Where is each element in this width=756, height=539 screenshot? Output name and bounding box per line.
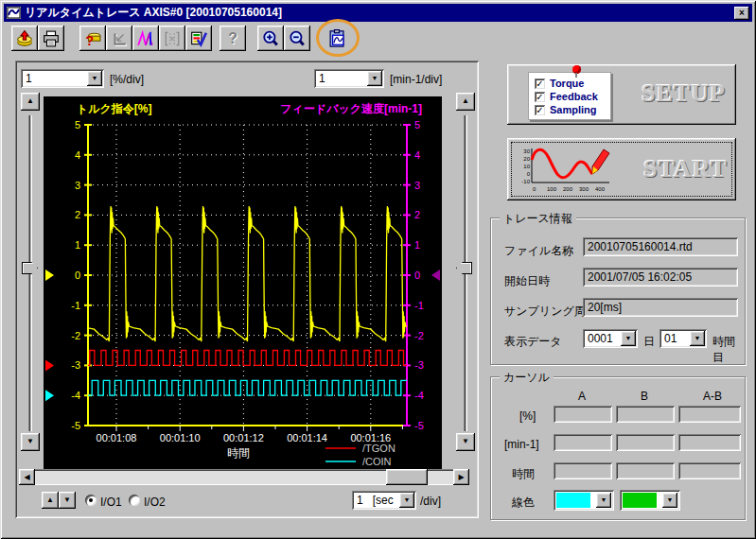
x-tick-label: 00:01:08 — [97, 432, 137, 443]
left-tick-label: -1 — [71, 300, 80, 311]
chevron-down-icon[interactable]: ▼ — [87, 71, 102, 86]
left-tick-label: 0 — [75, 270, 80, 281]
time-scrollbar[interactable]: ◀ ▶ — [19, 469, 469, 485]
left-scale-unit: [%/div] — [110, 73, 144, 86]
svg-text:-10: -10 — [521, 179, 530, 184]
fit-scale-button[interactable] — [106, 26, 132, 51]
start-button[interactable]: 30 20 10 0 -10 0 100 200 300 400 START — [507, 138, 736, 200]
checkbox-checked-icon: ✓ — [535, 78, 545, 89]
title-bar[interactable]: リアルタイムトレース AXIS#0 [20010705160014] × — [4, 4, 752, 22]
chevron-down-icon[interactable]: ▼ — [367, 71, 382, 86]
svg-text:20: 20 — [523, 156, 530, 162]
left-scroll-up-button[interactable]: ▲ — [21, 93, 40, 111]
left-tick-label: 3 — [75, 180, 80, 191]
left-tick-label: 1 — [75, 239, 80, 251]
io1-radio[interactable] — [85, 495, 97, 506]
file-name-value: 20010705160014.rtd — [583, 237, 738, 256]
setup-button[interactable]: ✓Torque ✓Feedback ✓Sampling SETUP — [507, 64, 736, 125]
chevron-down-icon[interactable]: ▼ — [596, 493, 611, 508]
right-scroll-up-button[interactable]: ▲ — [456, 93, 475, 111]
range-measure-button[interactable] — [159, 26, 185, 51]
chevron-down-icon[interactable]: ▼ — [690, 331, 705, 346]
file-name-label: ファイル名称 — [504, 243, 573, 259]
printer-icon — [43, 30, 60, 47]
column-b-header: B — [641, 390, 648, 403]
cursor-value-min-ab — [678, 434, 741, 451]
display-day-combo[interactable]: 0001 ▼ — [583, 329, 638, 348]
x-tick-label: 00:01:12 — [223, 432, 264, 443]
open-trace-file-button[interactable] — [11, 26, 38, 51]
sampling-period-value: 20[ms] — [583, 298, 738, 317]
note-item: ✓Feedback — [535, 91, 605, 102]
trace-info-group: トレース情報 ファイル名称 20010705160014.rtd 開始日時 20… — [490, 217, 746, 365]
waveform-icon — [137, 30, 154, 47]
close-button[interactable]: × — [734, 7, 749, 20]
clipboard-icon — [327, 29, 346, 48]
zoom-in-button[interactable] — [257, 26, 284, 51]
cursor-title: カーソル — [500, 370, 554, 386]
trace-info-title: トレース情報 — [500, 211, 576, 227]
waveform-view-button[interactable] — [132, 26, 159, 51]
chevron-down-icon[interactable]: ▼ — [399, 493, 414, 508]
plot-title-left: トルク指令[%] — [77, 102, 152, 115]
range-icon — [164, 30, 181, 47]
cursor-value-pct-a — [554, 406, 612, 423]
io2-radio[interactable] — [129, 495, 140, 506]
right-tick-label: 5 — [414, 119, 420, 130]
time-scrollbar-thumb[interactable] — [386, 469, 428, 485]
right-offset-slider-thumb[interactable] — [456, 262, 472, 274]
trace-panel: 1 ▼ [%/div] 1 ▼ [min-1/div] ▲ ▼ ▲ ▼ -5-5… — [15, 61, 479, 518]
trace-item-select-button[interactable] — [185, 26, 212, 51]
chevron-down-icon[interactable]: ▼ — [662, 493, 677, 508]
file-info-help-button[interactable]: ? — [79, 26, 106, 51]
time-div-unit: /div] — [420, 495, 441, 508]
note-item-label: Torque — [550, 78, 584, 89]
right-tick-label: 3 — [414, 180, 420, 191]
trace-plot-area[interactable]: -5-5-4-4-3-3-2-2-1-100112233445500:01:08… — [44, 96, 442, 484]
display-hour-value: 01 — [659, 329, 688, 348]
cursor-a-color-combo[interactable]: ▼ — [554, 490, 614, 511]
cursor-marker-triangle — [45, 390, 54, 401]
left-offset-slider-thumb[interactable] — [22, 262, 38, 274]
right-scroll-down-button[interactable]: ▼ — [456, 433, 475, 451]
setup-note-image: ✓Torque ✓Feedback ✓Sampling — [528, 72, 611, 120]
zoom-out-button[interactable] — [284, 26, 310, 51]
right-tick-label: -2 — [414, 330, 424, 341]
io-down-button[interactable]: ▼ — [59, 492, 76, 509]
right-tick-label: -5 — [414, 420, 424, 431]
left-scroll-down-button[interactable]: ▼ — [21, 433, 40, 451]
svg-text:300: 300 — [579, 186, 589, 192]
svg-text:0: 0 — [533, 186, 536, 192]
toolbar: ? — [4, 24, 752, 54]
cursor-group: カーソル A B A-B [%] [min-1] 時間 線色 ▼ ▼ — [490, 376, 746, 520]
context-help-button[interactable]: ? ? — [220, 26, 246, 51]
time-div-value: 1 [sec — [352, 491, 397, 510]
time-div-combo[interactable]: 1 [sec ▼ — [352, 491, 416, 510]
scroll-left-button[interactable]: ◀ — [19, 469, 35, 485]
copy-to-clipboard-button[interactable] — [324, 26, 350, 51]
left-scale-combo[interactable]: 1 ▼ — [21, 69, 104, 88]
scroll-right-button[interactable]: ▶ — [453, 469, 469, 485]
checklist-icon — [190, 30, 207, 47]
left-tick-label: 2 — [75, 209, 80, 220]
io1-radio-label: I/O1 — [100, 496, 122, 509]
zoom-in-icon — [262, 30, 279, 47]
x-tick-label: 00:01:10 — [160, 432, 201, 443]
left-tick-label: -2 — [71, 330, 80, 341]
cursor-b-color-combo[interactable]: ▼ — [620, 490, 680, 511]
left-tick-label: -5 — [71, 420, 80, 431]
display-hour-combo[interactable]: 01 ▼ — [659, 329, 707, 348]
right-scale-combo[interactable]: 1 ▼ — [314, 69, 384, 88]
column-ab-header: A-B — [703, 390, 722, 403]
right-tick-label: -4 — [414, 390, 424, 401]
svg-text:200: 200 — [563, 186, 573, 192]
window-frame: リアルタイムトレース AXIS#0 [20010705160014] × — [0, 0, 756, 539]
start-date-label: 開始日時 — [504, 273, 550, 289]
right-tick-label: 0 — [414, 270, 420, 281]
setup-button-label: SETUP — [642, 79, 726, 108]
svg-text:?: ? — [85, 32, 94, 46]
right-tick-label: 1 — [414, 239, 420, 251]
print-button[interactable] — [38, 26, 64, 51]
io-up-button[interactable]: ▲ — [42, 492, 59, 509]
chevron-down-icon[interactable]: ▼ — [621, 331, 636, 346]
